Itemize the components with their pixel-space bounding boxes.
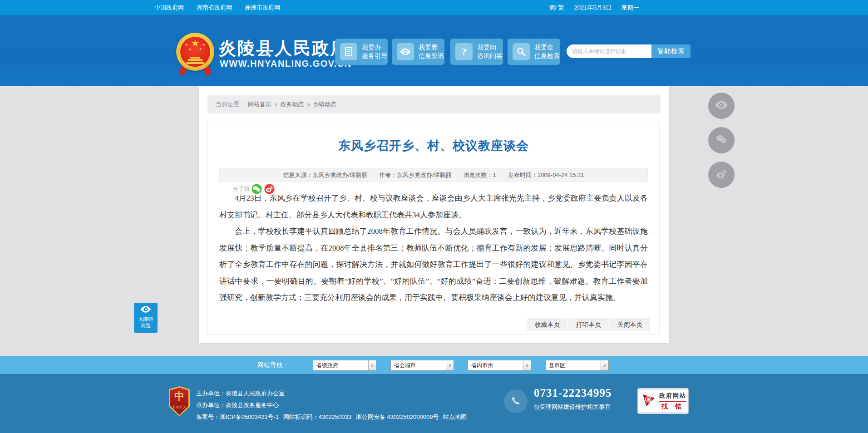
site-header: ★ ★ ★ ★ ★ 炎陵县人民政府 WWW.HNYANLING.GOV.CN 我… xyxy=(0,15,868,86)
eye-icon xyxy=(397,43,414,60)
error-finder-icon xyxy=(641,392,657,410)
emblem-inner: ★ ★ ★ ★ ★ xyxy=(180,37,210,67)
select-province-cities[interactable]: 省内市州∨ xyxy=(468,360,531,371)
article-actions: 收藏本页 打印本页 关闭本页 xyxy=(527,318,650,331)
national-emblem-logo: ★ ★ ★ ★ ★ xyxy=(176,33,214,71)
accessibility-button[interactable]: 无障碍浏览 xyxy=(134,303,158,333)
topbar-right: 简/ 繁 2021年5月3日 星期一 xyxy=(549,0,639,15)
close-page-button[interactable]: 关闭本页 xyxy=(610,318,650,331)
eye-icon xyxy=(714,100,729,112)
article-title: 东风乡召开乡、村、校议教座谈会 xyxy=(208,138,659,154)
quick-button-ask[interactable]: ? 我要问咨询问答 xyxy=(450,39,503,65)
search-icon xyxy=(513,43,530,60)
print-page-button[interactable]: 打印本页 xyxy=(568,318,609,331)
chevron-down-icon: ∨ xyxy=(601,360,608,370)
paragraph: 4月23日，东风乡在学校召开了乡、村、校与议教座谈会，座谈会由乡人大主席张光先主… xyxy=(219,190,648,223)
quick-button-label: 我要看信息资讯 xyxy=(419,43,444,60)
favorite-page-button[interactable]: 收藏本页 xyxy=(527,318,567,331)
eye-icon xyxy=(140,307,152,315)
question-icon: ? xyxy=(455,43,473,60)
party-gov-badge: 中 党政机关 xyxy=(169,386,190,416)
select-county-districts[interactable]: 县市区∨ xyxy=(545,360,609,371)
footer-icp: 备案号：湘ICP备05003421号-1 xyxy=(196,413,279,420)
quick-button-label: 我要问咨询问答 xyxy=(477,43,503,60)
share-row: 分享到 xyxy=(233,184,275,194)
link-hunan-gov[interactable]: 湖南省政府网 xyxy=(197,4,232,12)
link-china-gov[interactable]: 中国政府网 xyxy=(154,4,184,12)
quick-button-query[interactable]: 我要查信息检索 xyxy=(508,39,560,65)
breadcrumb-township-news[interactable]: 乡镇动态 xyxy=(313,100,336,108)
footer-security-record: 湘公网安备 43022502000009号 xyxy=(356,413,439,420)
footer-records: 备案号：湘ICP备05003421号-1 网站标识码：4302250033 湘公… xyxy=(196,411,467,423)
quick-button-news[interactable]: 我要看信息资讯 xyxy=(392,39,444,65)
site-url: WWW.HNYANLING.GOV.CN xyxy=(220,59,352,69)
breadcrumb-label: 当前位置： xyxy=(216,100,245,108)
footer-site-code: 网站标识码：4302250033 xyxy=(283,413,351,420)
meta-author: 作者：东风乡党政办/谭鹏丽 xyxy=(379,171,452,179)
article-meta: 信息来源：东风乡党政办/谭鹏丽 作者：东风乡党政办/谭鹏丽 浏览次数：1 发布时… xyxy=(219,168,648,182)
sitemap-link[interactable]: 站点地图 xyxy=(443,413,467,420)
topbar-links: 中国政府网 湖南省政府网 株洲市政府网 xyxy=(154,0,280,15)
meta-source: 信息来源：东风乡党政办/谭鹏丽 xyxy=(283,171,367,179)
meta-views: 浏览次数：1 xyxy=(464,171,496,179)
quick-button-service[interactable]: 我要办服务引导 xyxy=(335,39,388,65)
footer-undertaker: 承办单位：炎陵县政务服务中心 xyxy=(196,399,467,411)
breadcrumb: 当前位置： 网站首页 > 政务动态 > 乡镇动态 xyxy=(207,95,661,113)
side-weibo-button[interactable] xyxy=(708,162,735,188)
content-card: 当前位置： 网站首页 > 政务动态 > 乡镇动态 东风乡召开乡、村、校议教座谈会… xyxy=(199,86,669,343)
footer-info: 主办单位：炎陵县人民政府办公室 承办单位：炎陵县政务服务中心 备案号：湘ICP备… xyxy=(196,388,467,423)
side-eye-button[interactable] xyxy=(708,93,735,119)
meta-publish-time: 发布时间：2009-04-24 15:21 xyxy=(508,171,584,179)
breadcrumb-gov-news[interactable]: 政务动态 xyxy=(281,100,304,108)
current-weekday: 星期一 xyxy=(621,4,639,12)
document-icon xyxy=(340,43,357,60)
gov-site-error-report-badge[interactable]: 政府网站 找 错 xyxy=(637,388,689,414)
footer: 中 党政机关 主办单位：炎陵县人民政府办公室 承办单位：炎陵县政务服务中心 备案… xyxy=(0,374,868,433)
footer-nav-label: 网站导航： xyxy=(257,356,289,374)
select-provincial-gov[interactable]: 省级政府∨ xyxy=(313,360,376,371)
paragraph: 会上，学校校长李建平认真回顾总结了2008年教育工作情况。与会人员踊跃发言，一致… xyxy=(219,223,648,306)
site-title: 炎陵县人民政府 xyxy=(219,37,349,60)
wechat-icon xyxy=(715,133,728,148)
chevron-down-icon: ∨ xyxy=(523,360,531,370)
phone-icon xyxy=(504,389,528,413)
lang-toggle[interactable]: 简/ 繁 xyxy=(549,4,564,12)
article: 东风乡召开乡、村、校议教座谈会 信息来源：东风乡党政办/谭鹏丽 作者：东风乡党政… xyxy=(207,122,660,335)
footer-organizer: 主办单位：炎陵县人民政府办公室 xyxy=(196,388,467,399)
quick-button-label: 我要办服务引导 xyxy=(362,43,387,60)
current-date: 2021年5月3日 xyxy=(574,4,612,12)
weibo-icon[interactable] xyxy=(264,184,275,194)
chevron-down-icon: ∨ xyxy=(446,360,454,370)
topbar: 中国政府网 湖南省政府网 株洲市政府网 简/ 繁 2021年5月3日 星期一 xyxy=(0,0,868,15)
footer-nav: 网站导航： 省级政府∨ 省会城市∨ 省内市州∨ 县市区∨ xyxy=(0,356,868,374)
chevron-down-icon: ∨ xyxy=(368,360,376,370)
quick-button-label: 我要查信息检索 xyxy=(534,43,560,60)
link-zhuzhou-gov[interactable]: 株洲市政府网 xyxy=(245,4,280,12)
search-input[interactable] xyxy=(567,44,651,58)
share-label: 分享到 xyxy=(233,185,249,193)
service-phone-number: 0731-22234995 xyxy=(534,387,612,399)
select-capital-cities[interactable]: 省会城市∨ xyxy=(390,360,454,371)
article-body: 4月23日，东风乡在学校召开了乡、村、校与议教座谈会，座谈会由乡人大主席张光先主… xyxy=(219,190,648,306)
wechat-icon[interactable] xyxy=(252,184,262,194)
breadcrumb-home[interactable]: 网站首页 xyxy=(248,100,271,108)
page: 中国政府网 湖南省政府网 株洲市政府网 简/ 繁 2021年5月3日 星期一 ★… xyxy=(0,0,868,433)
side-wechat-button[interactable] xyxy=(708,127,735,153)
weibo-icon xyxy=(715,167,728,182)
phone-note: 仅受理网站建设维护相关事宜 xyxy=(534,403,611,411)
smart-search-button[interactable]: 智能检索 xyxy=(651,44,690,58)
